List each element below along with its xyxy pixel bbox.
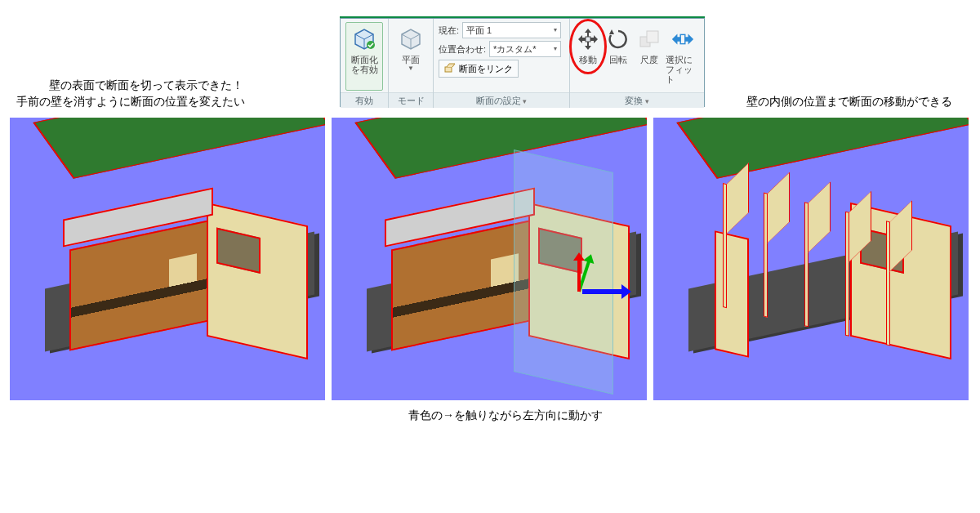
alignment-label: 位置合わせ: <box>439 43 486 56</box>
viewport-left[interactable] <box>10 118 325 400</box>
link-icon <box>444 63 456 74</box>
roof-top <box>676 118 969 179</box>
svg-marker-11 <box>685 33 693 44</box>
ribbon-group-label-mode: モード <box>389 92 433 108</box>
ribbon-group-label-transform[interactable]: 変換 <box>570 92 704 108</box>
ribbon-group-settings: 現在: 平面 1 ▾ 位置合わせ: *カスタム* ▾ <box>434 19 570 108</box>
caption-right: 壁の内側の位置まで断面の移動ができる <box>746 93 952 110</box>
svg-marker-7 <box>609 29 614 34</box>
scale-button: 尺度 <box>635 22 664 65</box>
plane-cube-icon <box>397 25 425 52</box>
chevron-down-icon: ▾ <box>554 42 557 56</box>
link-section-label: 断面をリンク <box>459 60 513 77</box>
chevron-down-icon: ▼ <box>408 65 414 72</box>
svg-rect-9 <box>647 31 658 42</box>
caption-mid-below: 青色の→を触りながら左方向に動かす <box>408 407 603 424</box>
ribbon-accent <box>340 16 705 18</box>
ribbon-group-label-settings[interactable]: 断面の設定 <box>434 92 569 108</box>
current-plane-label: 現在: <box>439 25 459 37</box>
ribbon-group-label-enable: 有効 <box>341 92 388 108</box>
ribbon: 断面化 を有効 有効 平面 ▼ <box>340 18 705 107</box>
window <box>216 227 261 273</box>
rotate-button[interactable]: 回転 <box>604 22 634 65</box>
current-plane-dropdown[interactable]: 平面 1 ▾ <box>462 22 561 38</box>
current-plane-value: 平面 1 <box>466 23 492 38</box>
plane-mode-label: 平面 <box>402 55 420 65</box>
section-cube-icon <box>350 25 378 52</box>
svg-marker-10 <box>672 33 680 44</box>
plane-mode-button[interactable]: 平面 ▼ <box>394 22 428 91</box>
scale-label: 尺度 <box>640 55 658 65</box>
sectioning-enable-label: 断面化 を有効 <box>351 55 378 74</box>
alignment-value: *カスタム* <box>493 42 537 56</box>
current-plane-row: 現在: 平面 1 ▾ <box>439 22 561 38</box>
caption-left-top: 壁の表面で断面を切って表示できた！ <box>49 77 243 94</box>
roof-top <box>33 118 325 179</box>
ribbon-group-mode: 平面 ▼ モード <box>389 19 434 108</box>
scale-icon <box>637 24 662 55</box>
rotate-icon <box>606 24 630 55</box>
side-wall <box>207 203 308 360</box>
rotate-label: 回転 <box>609 55 627 65</box>
caption-left-bottom: 手前の壁を消すように断面の位置を変えたい <box>16 93 245 110</box>
svg-rect-5 <box>445 67 452 72</box>
svg-rect-12 <box>680 34 685 43</box>
fit-selection-label: 選択に フィット <box>666 55 701 84</box>
ribbon-group-enable: 断面化 を有効 有効 <box>341 19 389 108</box>
alignment-dropdown[interactable]: *カスタム* ▾ <box>489 41 561 57</box>
door <box>169 253 197 316</box>
move-arrows-icon <box>576 24 600 55</box>
ribbon-group-transform: 移動 回転 <box>570 19 704 108</box>
sectioning-enable-button[interactable]: 断面化 を有効 <box>345 22 383 91</box>
ribbon-body: 断面化 を有効 有効 平面 ▼ <box>341 19 704 108</box>
fit-selection-icon <box>670 24 695 55</box>
svg-rect-6 <box>586 37 590 42</box>
move-button[interactable]: 移動 <box>573 22 603 65</box>
chevron-down-icon: ▾ <box>554 23 557 38</box>
cut-wall-left <box>715 230 749 358</box>
viewport-right[interactable] <box>653 118 969 400</box>
section-plane[interactable] <box>514 149 613 395</box>
fit-selection-button[interactable]: 選択に フィット <box>666 22 701 84</box>
link-section-button[interactable]: 断面をリンク <box>439 60 519 78</box>
alignment-row: 位置合わせ: *カスタム* ▾ <box>439 41 561 57</box>
viewport-middle[interactable] <box>332 118 647 400</box>
move-label: 移動 <box>579 55 597 65</box>
